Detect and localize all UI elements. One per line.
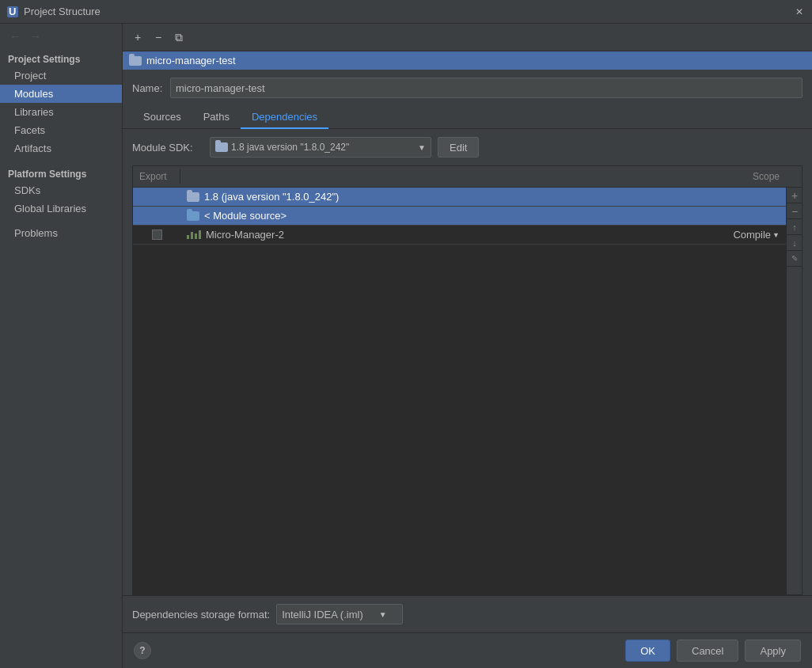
- storage-row: Dependencies storage format: IntelliJ ID…: [123, 595, 812, 632]
- close-button[interactable]: ✕: [793, 6, 806, 18]
- move-down-button[interactable]: ↓: [787, 235, 803, 251]
- dep-scope-cell: [707, 214, 786, 218]
- sdk-label: Module SDK:: [132, 142, 203, 154]
- scope-dropdown-icon: ▼: [772, 231, 780, 239]
- table-row[interactable]: Micro-Manager-2 Compile ▼: [133, 226, 786, 245]
- remove-module-button[interactable]: −: [150, 28, 167, 46]
- sidebar: ← → Project Settings Project Modules Lib…: [0, 24, 123, 668]
- module-source-name: < Module source>: [204, 210, 286, 222]
- dep-export-cell: [133, 195, 180, 199]
- sidebar-item-sdks[interactable]: SDKs: [0, 181, 122, 199]
- jdk-folder-icon: [187, 192, 199, 202]
- storage-dropdown-icon: ▼: [379, 610, 387, 619]
- table-row[interactable]: 1.8 (java version "1.8.0_242"): [133, 188, 786, 207]
- module-source-folder-icon: [187, 211, 199, 221]
- bottom-bar: ? OK Cancel Apply: [123, 632, 812, 668]
- nav-back-button[interactable]: ←: [6, 28, 24, 44]
- add-module-button[interactable]: +: [129, 28, 146, 46]
- dep-header-scope: Scope: [707, 169, 786, 184]
- tab-dependencies[interactable]: Dependencies: [241, 106, 328, 129]
- sidebar-item-facets[interactable]: Facets: [0, 121, 122, 139]
- remove-dep-button[interactable]: −: [787, 203, 803, 219]
- sdk-dropdown-icon: ▼: [418, 143, 426, 152]
- dep-table-body: 1.8 (java version "1.8.0_242") < Module …: [132, 187, 787, 595]
- platform-settings-label: Platform Settings: [0, 164, 122, 181]
- storage-value: IntelliJ IDEA (.iml): [282, 609, 363, 621]
- project-settings-label: Project Settings: [0, 49, 122, 66]
- add-dep-button[interactable]: +: [787, 188, 803, 203]
- name-row: Name:: [123, 70, 812, 106]
- table-row[interactable]: < Module source>: [133, 207, 786, 226]
- tab-sources[interactable]: Sources: [132, 106, 192, 129]
- dep-export-cell: [133, 227, 180, 242]
- title-bar-title: Project Structure: [24, 6, 793, 17]
- dep-name-cell: < Module source>: [180, 207, 707, 224]
- table-side-actions: + − ↑ ↓ ✎: [787, 187, 803, 595]
- dep-scope-cell[interactable]: Compile ▼: [707, 226, 786, 243]
- cancel-button[interactable]: Cancel: [677, 640, 738, 662]
- name-input[interactable]: [170, 78, 803, 98]
- dep-table-header: Export Scope: [132, 165, 803, 187]
- apply-button[interactable]: Apply: [745, 640, 801, 662]
- dep-table-row-container: 1.8 (java version "1.8.0_242") < Module …: [132, 187, 803, 595]
- help-area: ?: [134, 642, 625, 659]
- ok-button[interactable]: OK: [625, 640, 670, 662]
- sdk-row: Module SDK: 1.8 java version "1.8.0_242"…: [123, 129, 812, 165]
- storage-label: Dependencies storage format:: [132, 609, 270, 621]
- dep-header-export: Export: [133, 169, 180, 184]
- dep-name-cell: Micro-Manager-2: [180, 226, 707, 244]
- sidebar-item-artifacts[interactable]: Artifacts: [0, 139, 122, 158]
- module-toolbar: + − ⧉: [123, 24, 812, 51]
- sidebar-item-global-libraries[interactable]: Global Libraries: [0, 199, 122, 218]
- jdk-name: 1.8 (java version "1.8.0_242"): [204, 191, 339, 203]
- help-button[interactable]: ?: [134, 642, 151, 659]
- name-field-label: Name:: [132, 82, 164, 94]
- sdk-value: 1.8 java version "1.8.0_242": [228, 142, 418, 153]
- sdk-select[interactable]: 1.8 java version "1.8.0_242" ▼: [210, 137, 431, 158]
- scope-value: Compile: [733, 229, 771, 241]
- copy-module-button[interactable]: ⧉: [170, 28, 188, 46]
- dep-export-cell: [133, 214, 180, 218]
- title-bar: U Project Structure ✕: [0, 0, 812, 24]
- dep-scope-cell: [707, 195, 786, 199]
- app-icon: U: [6, 6, 19, 18]
- tabs-bar: Sources Paths Dependencies: [123, 106, 812, 129]
- sidebar-nav: ← →: [0, 24, 122, 49]
- sidebar-item-project[interactable]: Project: [0, 66, 122, 85]
- tab-paths[interactable]: Paths: [192, 106, 241, 129]
- storage-select[interactable]: IntelliJ IDEA (.iml) ▼: [276, 604, 403, 624]
- export-checkbox[interactable]: [152, 230, 162, 240]
- content-area: + − ⧉ micro-manager-test Name: Sources P…: [123, 24, 812, 668]
- micro-manager-name: Micro-Manager-2: [206, 229, 284, 241]
- sdk-edit-button[interactable]: Edit: [438, 137, 479, 158]
- svg-text:U: U: [9, 6, 16, 17]
- dep-header-name: [180, 169, 707, 184]
- nav-forward-button[interactable]: →: [27, 28, 44, 44]
- edit-dep-button[interactable]: ✎: [787, 251, 803, 267]
- dep-name-cell: 1.8 (java version "1.8.0_242"): [180, 188, 707, 205]
- dep-table-container: Export Scope 1.8 (java version "1.8.0_24…: [132, 165, 803, 595]
- sidebar-item-libraries[interactable]: Libraries: [0, 103, 122, 121]
- sdk-folder-icon: [215, 142, 228, 152]
- module-list-item[interactable]: micro-manager-test: [123, 51, 812, 70]
- module-folder-icon: [129, 56, 142, 66]
- sidebar-item-problems[interactable]: Problems: [0, 224, 122, 242]
- dep-header-actions: [786, 169, 802, 184]
- move-up-button[interactable]: ↑: [787, 219, 803, 235]
- sidebar-item-modules[interactable]: Modules: [0, 85, 122, 103]
- module-name-label: micro-manager-test: [146, 55, 236, 66]
- micro-manager-icon: [187, 228, 201, 241]
